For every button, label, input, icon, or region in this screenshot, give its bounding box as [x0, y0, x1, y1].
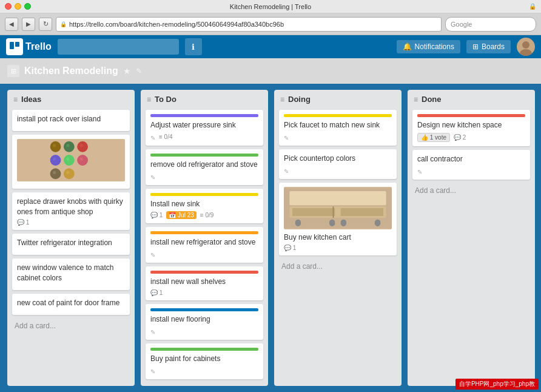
column-icon: ≡: [13, 95, 18, 104]
add-card-button[interactable]: Add a card...: [12, 319, 130, 333]
card-text: replace drawer knobs with quirky ones fr…: [17, 197, 125, 217]
card-label: [150, 231, 258, 234]
svg-point-6: [64, 141, 75, 152]
reload-button[interactable]: ↻: [39, 18, 52, 31]
card[interactable]: replace drawer knobs with quirky ones fr…: [12, 192, 130, 231]
forward-button[interactable]: ▶: [22, 18, 35, 31]
column-todo: ≡ To Do Adjust water pressure sink✎≡ 0/4…: [141, 90, 268, 386]
card-text: install new flooring: [150, 314, 258, 325]
notifications-label: Notifications: [415, 42, 454, 51]
notifications-button[interactable]: 🔔 Notifications: [397, 40, 460, 53]
column-header: ≡ Ideas: [12, 95, 130, 106]
column-title: Done: [422, 95, 529, 104]
card-label: [150, 114, 258, 117]
card[interactable]: new coat of paint for door frame: [12, 294, 130, 315]
add-card-button[interactable]: Add a card...: [412, 183, 530, 198]
maximize-button[interactable]: [24, 3, 31, 10]
card-text: Buy paint for cabinets: [150, 354, 258, 364]
window-title: Kitchen Remodeling | Trello: [230, 3, 311, 10]
minimize-button[interactable]: [15, 3, 21, 10]
card-text: new window valence to match cabinet colo…: [17, 263, 125, 283]
svg-point-18: [64, 168, 75, 179]
column-header: ≡ To Do: [146, 95, 263, 106]
column-title: To Do: [155, 95, 262, 104]
card[interactable]: install new flooring✎: [146, 304, 263, 340]
board-title: Kitchen Remodeling: [24, 66, 118, 76]
back-button[interactable]: ◀: [5, 18, 18, 31]
card[interactable]: install pot rack over island: [12, 110, 130, 131]
card-meta: 💬 1📅 Jul 23≡ 0/9: [150, 211, 258, 219]
svg-point-10: [50, 155, 61, 166]
card-meta: ✎≡ 0/4: [150, 133, 258, 141]
board-star[interactable]: ★: [123, 66, 131, 76]
svg-point-12: [64, 155, 75, 166]
svg-rect-27: [375, 219, 380, 226]
user-avatar[interactable]: [517, 38, 535, 56]
address-bar[interactable]: 🔒 https://trello.com/board/kitchen-remod…: [56, 17, 442, 32]
card[interactable]: install new wall shelves💬 1: [146, 266, 263, 300]
card-text: new coat of paint for door frame: [17, 298, 125, 308]
svg-rect-29: [341, 219, 346, 226]
svg-point-5: [53, 144, 56, 147]
board-icon: ⊞: [7, 65, 19, 77]
traffic-lights: [5, 3, 31, 10]
card[interactable]: Buy paint for cabinets✎: [146, 343, 263, 379]
edit-icon[interactable]: ✎: [150, 329, 155, 336]
card[interactable]: Adjust water pressure sink✎≡ 0/4: [146, 110, 263, 146]
card[interactable]: remove old refrigerator and stove✎: [146, 149, 263, 185]
meta-item: 💬 1: [284, 245, 296, 251]
card-meta: 💬 1: [17, 219, 125, 226]
add-card-button[interactable]: Add a card...: [279, 259, 397, 274]
boards-button[interactable]: ⊞ Boards: [466, 40, 511, 53]
card-meta: ✎: [150, 327, 258, 336]
column-header: ≡ Doing: [279, 95, 397, 106]
column-icon: ≡: [147, 95, 151, 104]
card[interactable]: install new refrigerator and stove✎: [146, 227, 263, 263]
card[interactable]: Pick faucet to match new sink✎: [279, 110, 397, 146]
card-label: [150, 193, 258, 196]
edit-icon[interactable]: ✎: [284, 135, 289, 141]
header-search-input[interactable]: [58, 39, 179, 55]
info-button[interactable]: ℹ: [185, 38, 202, 55]
svg-rect-21: [289, 191, 386, 204]
edit-icon[interactable]: ✎: [150, 252, 155, 259]
address-text: https://trello.com/board/kitchen-remodel…: [69, 21, 284, 28]
add-card-button[interactable]: Add a card...: [146, 383, 263, 386]
comment-count: 💬 2: [454, 134, 466, 141]
close-button[interactable]: [5, 3, 12, 10]
card-label: [150, 271, 258, 274]
card-text: Pick countertop colors: [284, 154, 392, 164]
watermark: 自学PHP网_php学习_php教: [455, 379, 539, 390]
svg-point-13: [66, 157, 69, 160]
card-label: [150, 308, 258, 311]
card[interactable]: Install new sink💬 1📅 Jul 23≡ 0/9: [146, 189, 263, 224]
trello-logo[interactable]: Trello: [6, 38, 52, 55]
card[interactable]: new window valence to match cabinet colo…: [12, 259, 130, 290]
svg-point-17: [53, 171, 56, 174]
card[interactable]: call contractor✎: [412, 150, 530, 180]
edit-icon[interactable]: ✎: [150, 135, 155, 141]
board-area: ≡ Ideas install pot rack over islandrepl…: [0, 84, 541, 392]
column-ideas: ≡ Ideas install pot rack over islandrepl…: [7, 90, 135, 386]
card[interactable]: Pick countertop colors✎: [279, 149, 397, 179]
card-meta: 💬 1: [150, 289, 258, 296]
card[interactable]: Twitter refrigerator integration: [12, 234, 130, 255]
secure-icon: 🔒: [60, 21, 67, 27]
card-image: [17, 139, 125, 181]
card[interactable]: Buy new kitchen cart💬 1: [279, 183, 397, 256]
edit-icon[interactable]: ✎: [284, 168, 289, 175]
vote-badge[interactable]: 👍 1 vote: [417, 133, 450, 142]
edit-icon[interactable]: ✎: [150, 368, 155, 375]
edit-icon[interactable]: ✎: [417, 169, 422, 175]
card-text: install pot rack over island: [17, 114, 125, 124]
card-text: Twitter refrigerator integration: [17, 238, 125, 248]
edit-icon[interactable]: ✎: [150, 174, 155, 181]
svg-rect-1: [15, 42, 19, 47]
svg-point-14: [77, 155, 88, 166]
card[interactable]: [12, 135, 130, 189]
meta-item: ≡ 0/9: [200, 212, 214, 218]
search-bar[interactable]: Google: [445, 17, 536, 32]
svg-rect-24: [341, 208, 383, 216]
board-edit[interactable]: ✎: [136, 67, 142, 75]
card[interactable]: Design new kitchen space 👍 1 vote 💬 2: [412, 110, 530, 146]
